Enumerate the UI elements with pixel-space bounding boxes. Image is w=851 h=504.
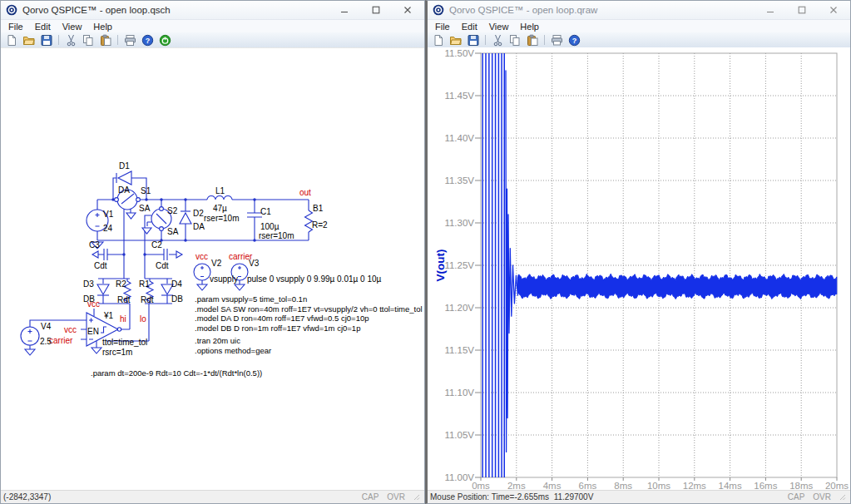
new-file-icon[interactable] — [4, 33, 19, 47]
close-button[interactable] — [829, 5, 839, 15]
net-label-lo: lo — [140, 314, 146, 324]
menu-file[interactable]: File — [2, 22, 29, 32]
component-v2[interactable] — [194, 264, 210, 280]
cut-icon[interactable] — [490, 33, 505, 47]
close-button[interactable] — [403, 5, 413, 15]
net-label-hi: hi — [120, 314, 126, 324]
menubar: File Edit View Help — [1, 20, 424, 32]
window-title: Qorvo QSPICE™ - open loop.qsch — [22, 5, 339, 15]
steady-ripple-band — [518, 274, 837, 299]
label-r1-value: Rdt — [141, 295, 154, 304]
net-flag-right — [176, 251, 182, 258]
new-file-icon[interactable] — [431, 33, 446, 47]
y-tick-label: 11.30V — [444, 218, 474, 228]
minimize-button[interactable] — [765, 5, 775, 15]
copy-icon[interactable] — [507, 33, 522, 47]
label-s1-model: SA — [139, 204, 151, 213]
label-c1-value: 100µ — [260, 222, 280, 231]
cap-indicator: CAP — [362, 492, 379, 502]
net-label-carrier-in: carrier — [49, 336, 73, 345]
print-icon[interactable] — [122, 33, 137, 47]
label-c3: C3 — [89, 240, 100, 250]
label-s2-model: SA — [167, 227, 179, 236]
label-l1-value: 47µ — [213, 204, 227, 213]
menu-edit[interactable]: Edit — [456, 22, 483, 32]
net-flag-left — [92, 251, 98, 258]
component-d1[interactable] — [116, 171, 131, 185]
menu-file[interactable]: File — [429, 22, 456, 32]
waveform-plot[interactable]: 11.50V11.45V11.40V11.35V11.30V11.25V11.2… — [428, 47, 849, 491]
menu-edit[interactable]: Edit — [29, 22, 57, 32]
label-v2: V2 — [211, 259, 222, 268]
maximize-button[interactable] — [371, 5, 381, 15]
label-c2-value: Cdt — [156, 261, 169, 270]
label-b1-value: R=2 — [312, 220, 328, 230]
maximize-button[interactable] — [797, 5, 807, 15]
menubar: File Edit View Help — [428, 20, 850, 32]
label-v4: V4 — [41, 322, 52, 331]
resize-grip[interactable] — [839, 494, 846, 501]
net-label-vcc-top: vcc — [87, 299, 100, 309]
menu-help[interactable]: Help — [514, 22, 545, 32]
directive-options: .options method=gear — [195, 346, 271, 355]
directive-model-sa: .model SA SW ron=40m roff=1E7 vt=vsupply… — [195, 304, 423, 314]
component-l1[interactable] — [207, 196, 232, 200]
label-y1-ttol: ttol=time_tol — [102, 338, 147, 347]
qspice-app-icon — [433, 4, 444, 16]
cut-icon[interactable] — [63, 33, 78, 47]
menu-help[interactable]: Help — [87, 22, 118, 32]
save-icon[interactable] — [466, 33, 481, 47]
toolbar: ? — [428, 32, 850, 48]
y-tick-label: 11.40V — [444, 133, 474, 143]
component-c3[interactable] — [104, 249, 107, 260]
help-icon[interactable]: ? — [140, 33, 155, 47]
statusbar: Mouse Position: Time=-2.655ms 11.29700V … — [428, 490, 850, 503]
directive-tran: .tran 20m uic — [195, 336, 240, 345]
plot-ylabel: V(out) — [434, 250, 447, 282]
net-label-vcc-v2: vcc — [195, 252, 208, 261]
label-d2-model: DA — [193, 222, 205, 231]
label-v1: V1 — [103, 210, 114, 219]
label-v3-value: pulse 0 vsupply 0 9.99µ 0.01µ 0 10µ — [247, 274, 382, 284]
directive-param-dt: .param dt=200e-9 Rdt=10 Cdt=-1*dt/(Rdt*l… — [91, 368, 262, 378]
label-r2: R2 — [116, 279, 126, 289]
schematic-window: Qorvo QSPICE™ - open loop.qsch File Edit… — [0, 0, 425, 504]
help-icon[interactable]: ? — [567, 33, 581, 47]
axis-ticks — [475, 53, 837, 481]
label-d1-model: DA — [118, 185, 130, 195]
titlebar[interactable]: Qorvo QSPICE™ - open loop.qraw — [428, 1, 850, 20]
ovr-indicator: OVR — [813, 492, 831, 502]
label-v2-value: vsupply — [210, 274, 238, 284]
save-icon[interactable] — [39, 33, 54, 47]
titlebar[interactable]: Qorvo QSPICE™ - open loop.qsch — [1, 1, 424, 20]
schematic-canvas[interactable]: D1 DA S1 SA V1 24 S2 SA D2 DA L1 47µ rse… — [1, 47, 424, 491]
label-c1-rser: rser=10m — [259, 231, 294, 240]
paste-icon[interactable] — [525, 33, 540, 47]
menu-view[interactable]: View — [483, 22, 515, 32]
label-s1: S1 — [141, 186, 151, 195]
menu-view[interactable]: View — [57, 22, 88, 32]
open-icon[interactable] — [448, 33, 463, 47]
y-tick-label: 11.25V — [444, 260, 474, 270]
y-tick-label: 11.20V — [444, 303, 474, 313]
label-en-pin: EN — [87, 327, 99, 336]
component-d3[interactable] — [97, 284, 109, 295]
spice-directives[interactable]: .param vsupply=5 time_tol=0.1n .model SA… — [91, 294, 423, 378]
copy-icon[interactable] — [81, 33, 96, 47]
minimize-button[interactable] — [339, 5, 349, 15]
net-label-vcc-en: vcc — [64, 325, 77, 334]
print-icon[interactable] — [549, 33, 564, 47]
component-c2[interactable] — [164, 249, 167, 260]
run-icon[interactable] — [157, 33, 172, 47]
component-d2[interactable] — [180, 211, 191, 224]
component-v4[interactable] — [21, 327, 39, 345]
open-icon[interactable] — [22, 33, 37, 47]
y-axis-labels: 11.50V11.45V11.40V11.35V11.30V11.25V11.2… — [444, 48, 474, 482]
ovr-indicator: OVR — [387, 492, 405, 502]
svg-text:?: ? — [571, 36, 576, 44]
plot-canvas[interactable]: 11.50V11.45V11.40V11.35V11.30V11.25V11.2… — [428, 47, 850, 491]
paste-icon[interactable] — [98, 33, 113, 47]
label-d4: D4 — [171, 279, 182, 289]
statusbar: (-2842,3347) CAP OVR — [1, 490, 424, 503]
resize-grip[interactable] — [413, 494, 420, 501]
